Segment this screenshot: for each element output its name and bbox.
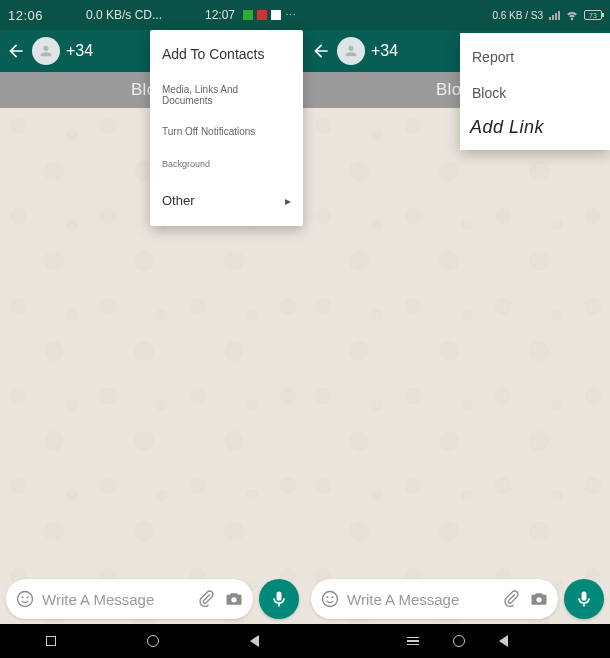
status-right-group: 12:07 ⋯ [205, 8, 297, 22]
attach-icon[interactable] [500, 588, 522, 610]
chevron-right-icon: ▸ [285, 194, 291, 208]
menu-media-links-docs[interactable]: Media, Links And Documents [150, 76, 303, 114]
menu-other[interactable]: Other ▸ [150, 183, 303, 218]
chat-options-menu: Report Block Add Link [460, 33, 610, 150]
message-input[interactable]: Write A Message [347, 591, 494, 608]
status-notif-icon [257, 10, 267, 20]
message-input-box[interactable]: Write A Message [311, 579, 558, 619]
nav-recents-button[interactable] [46, 636, 56, 646]
menu-report[interactable]: Report [460, 39, 610, 75]
message-input[interactable]: Write A Message [42, 591, 189, 608]
screen-left: 12:06 0.0 KB/s CD... 12:07 ⋯ +34 Block A… [0, 0, 305, 658]
signal-icon [549, 10, 560, 20]
message-input-box[interactable]: Write A Message [6, 579, 253, 619]
avatar[interactable] [32, 37, 60, 65]
status-network: 0.0 KB/s CD... [86, 8, 162, 22]
status-notif-icon [243, 10, 253, 20]
svg-point-3 [231, 597, 236, 602]
nav-home-button[interactable] [147, 635, 159, 647]
back-button[interactable] [311, 41, 331, 61]
menu-add-to-contacts[interactable]: Add To Contacts [150, 38, 303, 76]
menu-block[interactable]: Block [460, 75, 610, 111]
status-bar: 0.6 KB / S3 73 [305, 0, 610, 30]
nav-home-button[interactable] [453, 635, 465, 647]
status-time-secondary: 12:07 [205, 8, 235, 22]
android-nav-bar [0, 624, 305, 658]
status-time: 12:06 [8, 8, 43, 23]
svg-point-6 [332, 596, 334, 598]
contact-number[interactable]: +34 [371, 42, 398, 60]
nav-back-button[interactable] [499, 635, 508, 647]
svg-point-7 [536, 597, 541, 602]
menu-other-label: Other [162, 193, 195, 208]
status-notif-icon [271, 10, 281, 20]
svg-point-1 [22, 596, 24, 598]
wifi-icon [566, 9, 578, 21]
message-input-area: Write A Message [305, 574, 610, 624]
screen-right: 0.6 KB / S3 73 +34 Block Report Block Ad… [305, 0, 610, 658]
menu-background[interactable]: Background [150, 149, 303, 179]
chat-options-menu: Add To Contacts Media, Links And Documen… [150, 30, 303, 226]
menu-add-link[interactable]: Add Link [460, 111, 610, 148]
svg-point-5 [327, 596, 329, 598]
avatar[interactable] [337, 37, 365, 65]
status-bar: 12:06 0.0 KB/s CD... 12:07 ⋯ [0, 0, 305, 30]
mic-button[interactable] [564, 579, 604, 619]
back-button[interactable] [6, 41, 26, 61]
svg-point-4 [323, 592, 338, 607]
mic-button[interactable] [259, 579, 299, 619]
camera-icon[interactable] [528, 588, 550, 610]
status-more-icon: ⋯ [285, 9, 297, 22]
svg-point-0 [18, 592, 33, 607]
message-input-area: Write A Message [0, 574, 305, 624]
emoji-icon[interactable] [319, 588, 341, 610]
svg-point-2 [27, 596, 29, 598]
battery-icon: 73 [584, 10, 602, 20]
android-nav-bar [305, 624, 610, 658]
status-network: 0.6 KB / S3 [492, 10, 543, 21]
nav-back-button[interactable] [250, 635, 259, 647]
emoji-icon[interactable] [14, 588, 36, 610]
menu-turn-off-notifications[interactable]: Turn Off Notifications [150, 118, 303, 145]
contact-number[interactable]: +34 [66, 42, 93, 60]
nav-menu-button[interactable] [407, 637, 419, 646]
attach-icon[interactable] [195, 588, 217, 610]
camera-icon[interactable] [223, 588, 245, 610]
